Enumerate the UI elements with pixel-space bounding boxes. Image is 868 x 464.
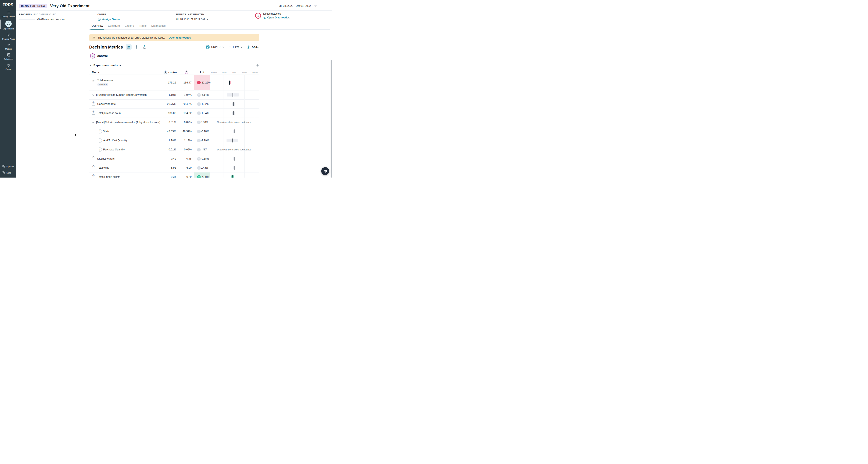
chevron-down-icon bbox=[207, 19, 209, 20]
lift-direction-badge bbox=[197, 93, 201, 97]
metric-cell: [Funnel] Visits to Support Ticket Conver… bbox=[89, 90, 162, 99]
cuped-dropdown[interactable]: CUPED bbox=[206, 45, 224, 49]
primary-tag-badge: Primary bbox=[97, 83, 108, 86]
control-value-cell: 0.01% bbox=[162, 145, 179, 154]
tab-explore[interactable]: Explore bbox=[124, 23, 135, 30]
issues-block: 1 Issues detected Open Diagnostics bbox=[255, 12, 290, 19]
microscope-view-button[interactable] bbox=[141, 44, 147, 50]
lift-value: -1.92% bbox=[201, 102, 209, 105]
chat-widget-button[interactable] bbox=[321, 167, 329, 175]
metric-name[interactable]: Total support tickets bbox=[97, 176, 120, 178]
book-icon bbox=[6, 53, 10, 57]
metric-name[interactable]: Total visits bbox=[97, 166, 109, 169]
confidence-chart-cell bbox=[210, 136, 259, 145]
lift-value: -1.54% bbox=[201, 112, 209, 115]
global-lift-view-icon bbox=[134, 45, 138, 49]
tab-traffic[interactable]: Traffic bbox=[138, 23, 148, 30]
control-value: 0.31 bbox=[171, 176, 179, 178]
collapse-chevron-icon[interactable] bbox=[89, 64, 92, 66]
control-value-cell: 175.26 bbox=[162, 75, 179, 90]
control-value: 136.02 bbox=[168, 112, 179, 115]
treatment-value: 20.42% bbox=[183, 102, 194, 105]
open-panel-icon bbox=[263, 16, 266, 19]
treatment-value: 1.04% bbox=[184, 93, 194, 96]
vertical-scrollbar[interactable] bbox=[331, 60, 332, 178]
sidebar-item-getting-started[interactable]: Getting Started bbox=[0, 9, 17, 19]
progress-status: END DATE REACHED bbox=[33, 13, 56, 16]
results-updated-dropdown[interactable]: Jul 13, 2023 at 12:11 AM bbox=[176, 18, 209, 21]
sidebar-item-admin[interactable]: Admin bbox=[0, 61, 17, 71]
table-row: [Funnel] Visits to Support Ticket Conver… bbox=[89, 90, 259, 100]
add-section-metric-button[interactable] bbox=[256, 64, 259, 67]
gear-metric-icon: ⚙ bbox=[92, 157, 95, 160]
control-value: 175.26 bbox=[168, 81, 179, 84]
ci-chart-view-button[interactable] bbox=[126, 44, 132, 50]
control-value: 48.83% bbox=[167, 130, 179, 133]
metric-name[interactable]: Distinct visitors bbox=[97, 157, 115, 160]
global-lift-view-button[interactable] bbox=[133, 44, 140, 50]
table-row: 2Add To Cart Quantity1.28%1.18%-9.19% bbox=[89, 136, 259, 145]
sidebar-footer-updates[interactable]: Updates bbox=[1, 165, 18, 168]
treatment-value-cell: 6.90 bbox=[179, 163, 194, 172]
banner-diagnostics-link[interactable]: Open diagnostics bbox=[169, 36, 191, 39]
sidebar-footer-label: Docs bbox=[6, 172, 11, 174]
confidence-chart-cell bbox=[210, 173, 259, 178]
tab-diagnostics[interactable]: Diagnostics bbox=[150, 23, 166, 30]
tab-overview[interactable]: Overview bbox=[91, 23, 104, 30]
open-diagnostics-link[interactable]: Open Diagnostics bbox=[263, 16, 290, 19]
date-range[interactable]: Jul 08, 2022 - Oct 08, 2022 bbox=[279, 4, 311, 7]
point-estimate-tick bbox=[229, 81, 230, 85]
control-value-cell: 1.10% bbox=[162, 90, 179, 99]
lift-cell: -7.28% bbox=[194, 173, 210, 178]
variant-b-badge: B bbox=[185, 70, 188, 74]
confidence-chart-cell bbox=[210, 163, 259, 172]
axis-tick-label: -100% bbox=[210, 71, 217, 74]
filter-dropdown[interactable]: Filter bbox=[228, 45, 243, 49]
confidence-chart-cell bbox=[210, 100, 259, 109]
metric-name[interactable]: Total revenue bbox=[97, 79, 113, 82]
treatment-value-cell: 0.02% bbox=[179, 118, 194, 127]
treatment-value: 0.02% bbox=[184, 148, 194, 151]
metric-cell: ⚙Total support tickets bbox=[89, 173, 162, 178]
sidebar-item-metrics[interactable]: Metrics bbox=[0, 41, 17, 51]
plus-circle-icon bbox=[97, 18, 101, 21]
lift-cell: -0.18% bbox=[194, 154, 210, 163]
confidence-note: Unable to determine confidence bbox=[217, 121, 251, 124]
lift-value: -6.14% bbox=[201, 93, 209, 96]
metric-name[interactable]: [Funnel] Visits to purchase conversion (… bbox=[96, 121, 160, 124]
chevron-up-icon[interactable] bbox=[92, 120, 94, 124]
table-row: ⚙Total purchase count136.02134.32-1.54% bbox=[89, 109, 259, 118]
star-icon[interactable]: ☆ bbox=[314, 4, 317, 7]
add-metric-button[interactable]: Add... bbox=[247, 45, 259, 49]
lift-value: -22.26% bbox=[201, 81, 211, 84]
table-row: [Funnel] Visits to purchase conversion (… bbox=[89, 118, 259, 127]
owner-block: OWNER Assign Owner bbox=[97, 12, 120, 21]
metric-name[interactable]: Conversion rate bbox=[97, 102, 116, 105]
lift-direction-badge bbox=[197, 166, 201, 170]
sidebar-footer-docs[interactable]: Docs bbox=[1, 171, 18, 175]
control-value: 0.01% bbox=[169, 148, 179, 151]
sidebar-item-definitions[interactable]: Definitions bbox=[0, 52, 17, 61]
check-circle-icon bbox=[206, 45, 210, 49]
metric-cell: [Funnel] Visits to purchase conversion (… bbox=[89, 118, 162, 127]
sliders-icon bbox=[6, 63, 10, 67]
lift-direction-badge bbox=[197, 130, 201, 133]
assign-owner-button[interactable]: Assign Owner bbox=[97, 18, 120, 21]
metric-name[interactable]: Total purchase count bbox=[97, 112, 121, 115]
lift-cell: -22.26% bbox=[194, 75, 210, 90]
sidebar-item-feature-flags[interactable]: Feature Flags bbox=[0, 31, 17, 41]
treatment-value-cell: 0.29 bbox=[179, 173, 194, 178]
eppo-logo[interactable]: eppo bbox=[3, 1, 13, 6]
metric-name[interactable]: [Funnel] Visits to Support Ticket Conver… bbox=[96, 93, 147, 96]
control-value-cell: 136.02 bbox=[162, 109, 179, 118]
lift-value: -0.18% bbox=[201, 157, 209, 160]
tab-configure[interactable]: Configure bbox=[107, 23, 121, 30]
metric-name[interactable]: Visits bbox=[103, 130, 110, 133]
treatment-value-cell: 134.32 bbox=[179, 109, 194, 118]
chevron-down-icon[interactable] bbox=[92, 93, 94, 97]
sidebar-item-experiments[interactable]: Experiments bbox=[0, 19, 17, 31]
lift-direction-badge bbox=[197, 81, 201, 84]
metric-name[interactable]: Add To Cart Quantity bbox=[103, 139, 127, 142]
gear-metric-icon: ⚙ bbox=[92, 112, 95, 115]
metric-name[interactable]: Purchase Quantity bbox=[103, 148, 125, 151]
